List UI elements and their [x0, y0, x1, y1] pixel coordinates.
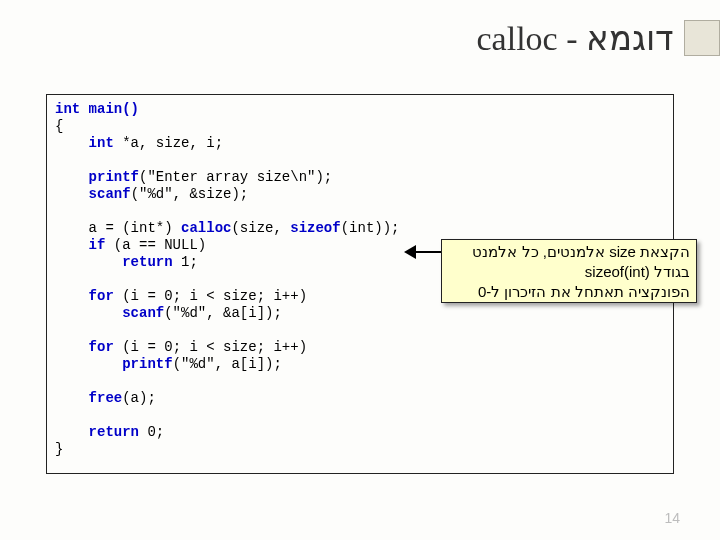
- code-text: ("%d", a[i]);: [173, 356, 282, 372]
- code-kw: for: [55, 339, 122, 355]
- code-kw: int: [55, 135, 122, 151]
- code-text: 1;: [181, 254, 198, 270]
- code-text: ("Enter array size\n");: [139, 169, 332, 185]
- code-text: (i = 0; i < size; i++): [122, 339, 307, 355]
- code-text: (int));: [341, 220, 400, 236]
- annotation-line: הקצאת size אלמנטים, כל אלמנט: [448, 242, 690, 262]
- code-kw: for: [55, 288, 122, 304]
- page-number: 14: [664, 510, 680, 526]
- code-text: (size,: [231, 220, 290, 236]
- title-bar: calloc - דוגמא: [477, 18, 721, 58]
- code-kw: free: [55, 390, 122, 406]
- annotation-arrow-icon: [404, 245, 442, 259]
- code-line: {: [55, 118, 63, 134]
- code-kw: sizeof: [290, 220, 340, 236]
- code-text: a = (int*): [55, 220, 181, 236]
- code-text: ("%d", &size);: [131, 186, 249, 202]
- code-text: 0;: [147, 424, 164, 440]
- annotation-line: בגודל sizeof(int): [448, 262, 690, 282]
- code-kw: return: [55, 254, 181, 270]
- code-line: }: [55, 441, 63, 457]
- title-decoration-square: [684, 20, 720, 56]
- code-text: (i = 0; i < size; i++): [122, 288, 307, 304]
- code-kw: calloc: [181, 220, 231, 236]
- code-text: (a);: [122, 390, 156, 406]
- code-kw: scanf: [55, 186, 131, 202]
- code-kw: printf: [55, 356, 173, 372]
- annotation-line: הפונקציה תאתחל את הזיכרון ל-0: [448, 282, 690, 302]
- code-kw: if: [55, 237, 114, 253]
- code-kw: printf: [55, 169, 139, 185]
- code-text: *a, size, i;: [122, 135, 223, 151]
- code-kw: scanf: [55, 305, 164, 321]
- annotation-callout: הקצאת size אלמנטים, כל אלמנט בגודל sizeo…: [441, 239, 697, 303]
- code-text: (a == NULL): [114, 237, 206, 253]
- code-text: ("%d", &a[i]);: [164, 305, 282, 321]
- slide-title: calloc - דוגמא: [477, 18, 685, 58]
- code-line: int main(): [55, 101, 139, 117]
- code-kw: return: [55, 424, 147, 440]
